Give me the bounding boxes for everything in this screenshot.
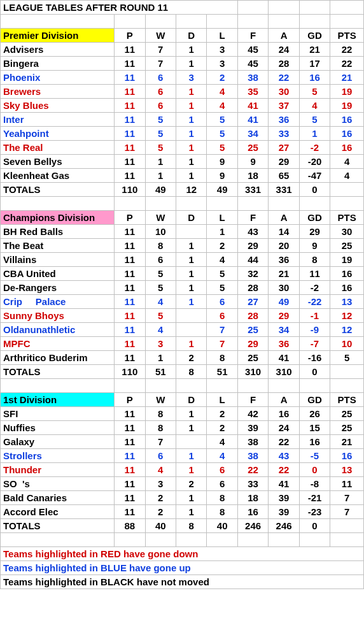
table-row: Crip Palace114162749-2213: [1, 295, 364, 309]
stat-w: 7: [145, 435, 176, 449]
stat-w: 2: [145, 505, 176, 519]
team-name: Yeahpoint: [1, 127, 115, 141]
table-row: De-Rangers115152830-216: [1, 281, 364, 295]
totals-p: 88: [115, 519, 145, 533]
stat-f: 16: [237, 505, 268, 519]
table-row: Seven Bellys11119929-204: [1, 155, 364, 169]
column-header: A: [269, 393, 299, 407]
legend-text: Teams highlighted in BLUE have gone up: [1, 561, 364, 575]
totals-pts: [330, 519, 364, 533]
spacer-cell: [269, 1, 299, 15]
stat-p: 11: [115, 71, 145, 85]
table-row: The Beat118122920925: [1, 239, 364, 253]
table-row: Oldanunathletic11472534-912: [1, 323, 364, 337]
team-name: Bald Canaries: [1, 491, 115, 505]
spacer-cell: [1, 379, 115, 393]
stat-pts: 7: [330, 505, 364, 519]
column-header: P: [115, 211, 145, 225]
stat-l: 5: [207, 141, 237, 155]
stat-pts: 22: [330, 43, 364, 57]
column-header: D: [176, 29, 207, 43]
stat-pts: 25: [330, 407, 364, 421]
totals-d: 8: [176, 519, 207, 533]
stat-a: 37: [269, 99, 299, 113]
stat-gd: 17: [299, 57, 330, 71]
stat-d: [176, 309, 207, 323]
totals-l: 51: [207, 365, 237, 379]
stat-d: 3: [176, 71, 207, 85]
stat-p: 11: [115, 85, 145, 99]
stat-d: 1: [176, 253, 207, 267]
stat-d: [176, 435, 207, 449]
spacer-cell: [330, 15, 364, 29]
stat-gd: 15: [299, 421, 330, 435]
stat-p: 11: [115, 435, 145, 449]
stat-l: 2: [207, 71, 237, 85]
stat-p: 11: [115, 169, 145, 183]
stat-l: 4: [207, 449, 237, 463]
stat-f: 29: [237, 337, 268, 351]
stat-gd: -21: [299, 491, 330, 505]
table-row: SFI1181242162625: [1, 407, 364, 421]
stat-w: 4: [145, 323, 176, 337]
spacer-cell: [1, 15, 115, 29]
table-row: Bald Canaries112181839-217: [1, 491, 364, 505]
stat-p: 11: [115, 253, 145, 267]
team-name: CBA United: [1, 267, 115, 281]
stat-gd: -22: [299, 295, 330, 309]
column-header: W: [145, 211, 176, 225]
stat-l: 8: [207, 351, 237, 365]
stat-a: 21: [269, 267, 299, 281]
stat-p: 11: [115, 323, 145, 337]
stat-w: 3: [145, 477, 176, 491]
stat-w: 6: [145, 449, 176, 463]
stat-w: 5: [145, 281, 176, 295]
spacer-row: [1, 197, 364, 211]
stat-f: 43: [237, 225, 268, 239]
stat-l: 2: [207, 407, 237, 421]
spacer-cell: [269, 379, 299, 393]
totals-label: TOTALS: [1, 183, 115, 197]
stat-p: 11: [115, 463, 145, 477]
stat-a: 39: [269, 491, 299, 505]
spacer-cell: [330, 533, 364, 547]
spacer-cell: [207, 197, 237, 211]
spacer-cell: [237, 15, 268, 29]
stat-p: 11: [115, 225, 145, 239]
stat-w: 6: [145, 71, 176, 85]
legend-row-blue: Teams highlighted in BLUE have gone up: [1, 561, 364, 575]
stat-d: 1: [176, 57, 207, 71]
table-row: Phoenix1163238221621: [1, 71, 364, 85]
spacer-cell: [145, 15, 176, 29]
spacer-cell: [299, 379, 330, 393]
spacer-cell: [176, 379, 207, 393]
stat-p: 11: [115, 43, 145, 57]
stat-pts: 11: [330, 477, 364, 491]
team-name: Brewers: [1, 85, 115, 99]
stat-l: 9: [207, 155, 237, 169]
totals-row: TOTALS1104912493313310: [1, 183, 364, 197]
stat-d: 1: [176, 407, 207, 421]
stat-f: 25: [237, 323, 268, 337]
table-row: CBA United1151532211116: [1, 267, 364, 281]
legend-row-black: Teams highlighted in BLACK have not move…: [1, 575, 364, 589]
stat-a: 65: [269, 169, 299, 183]
stat-l: 6: [207, 295, 237, 309]
stat-d: 1: [176, 155, 207, 169]
totals-p: 110: [115, 365, 145, 379]
spacer-cell: [176, 533, 207, 547]
stat-a: 22: [269, 463, 299, 477]
totals-w: 49: [145, 183, 176, 197]
stat-w: 2: [145, 491, 176, 505]
column-header: L: [207, 393, 237, 407]
stat-a: 41: [269, 477, 299, 491]
stat-pts: 12: [330, 323, 364, 337]
column-header: PTS: [330, 393, 364, 407]
stat-p: 11: [115, 491, 145, 505]
stat-pts: 12: [330, 309, 364, 323]
stat-pts: 19: [330, 253, 364, 267]
totals-a: 310: [269, 365, 299, 379]
stat-p: 11: [115, 407, 145, 421]
stat-f: 38: [237, 435, 268, 449]
column-header: D: [176, 393, 207, 407]
